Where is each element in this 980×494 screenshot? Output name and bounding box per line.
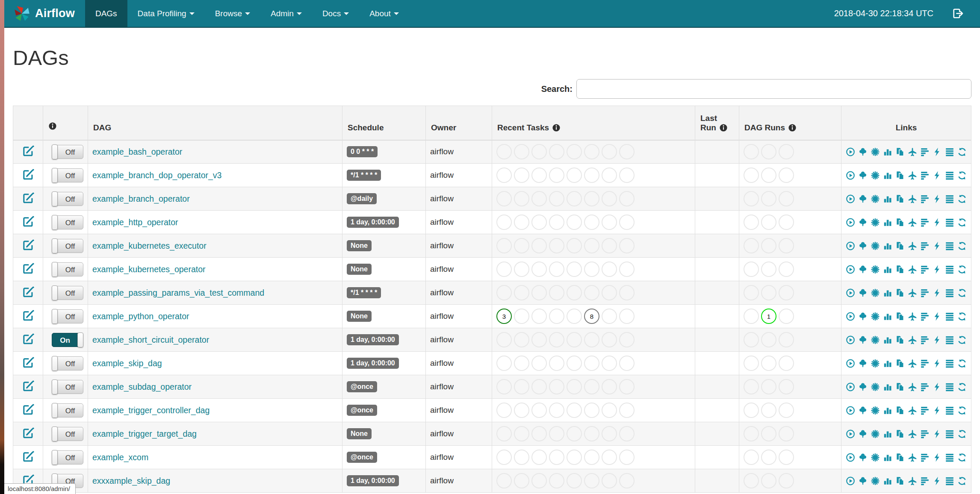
logs-icon[interactable] (945, 452, 954, 463)
dag-run-circle[interactable] (779, 403, 794, 418)
dag-run-circle[interactable] (761, 379, 776, 394)
dag-link[interactable]: example_bash_operator (92, 147, 182, 156)
task-state-circle[interactable] (496, 191, 512, 206)
refresh-icon[interactable] (957, 405, 967, 416)
task-state-circle[interactable] (514, 473, 529, 488)
task-state-circle[interactable] (531, 168, 547, 183)
dag-run-circle[interactable] (761, 450, 776, 465)
task-duration-icon[interactable] (883, 170, 892, 181)
logs-icon[interactable] (945, 288, 954, 298)
gantt-view-icon[interactable] (920, 288, 930, 298)
task-state-circle[interactable] (496, 403, 512, 418)
task-state-circle[interactable] (531, 450, 547, 465)
tree-view-icon[interactable] (858, 382, 868, 392)
task-state-circle[interactable] (584, 403, 599, 418)
task-tries-icon[interactable] (895, 170, 905, 181)
graph-view-icon[interactable] (871, 147, 880, 157)
task-state-circle[interactable] (602, 238, 617, 253)
dag-run-circle[interactable] (744, 309, 759, 324)
task-tries-icon[interactable] (895, 405, 905, 416)
code-view-icon[interactable] (933, 311, 942, 322)
task-state-circle[interactable] (584, 332, 599, 347)
tree-view-icon[interactable] (858, 241, 868, 251)
logs-icon[interactable] (945, 476, 954, 486)
dag-run-circle[interactable] (761, 332, 776, 347)
task-state-circle[interactable] (602, 309, 617, 324)
landing-times-icon[interactable] (908, 476, 917, 486)
edit-dag-icon[interactable] (22, 450, 34, 462)
dag-run-circle[interactable] (744, 238, 759, 253)
task-state-circle[interactable] (496, 168, 512, 183)
trigger-dag-icon[interactable] (846, 476, 855, 486)
trigger-dag-icon[interactable] (846, 429, 855, 439)
task-state-circle[interactable] (496, 238, 512, 253)
task-tries-icon[interactable] (895, 147, 905, 157)
graph-view-icon[interactable] (871, 194, 880, 204)
logs-icon[interactable] (945, 311, 954, 322)
task-state-circle[interactable] (531, 379, 547, 394)
dag-pause-toggle[interactable]: Off (52, 427, 83, 441)
code-view-icon[interactable] (933, 452, 942, 463)
task-state-circle[interactable] (496, 473, 512, 488)
nav-item-data-profiling[interactable]: Data Profiling (127, 0, 205, 27)
dag-run-circle[interactable] (779, 473, 794, 488)
tree-view-icon[interactable] (858, 170, 868, 181)
brand[interactable]: Airflow (13, 0, 75, 27)
task-state-circle[interactable] (567, 356, 582, 371)
tree-view-icon[interactable] (858, 264, 868, 275)
task-state-circle[interactable] (549, 215, 564, 230)
edit-dag-icon[interactable] (22, 427, 34, 439)
gantt-view-icon[interactable] (920, 452, 930, 463)
task-state-circle[interactable] (514, 426, 529, 441)
code-view-icon[interactable] (933, 405, 942, 416)
task-state-circle[interactable] (602, 473, 617, 488)
task-state-circle[interactable] (619, 191, 635, 206)
graph-view-icon[interactable] (871, 429, 880, 439)
dag-run-circle[interactable] (761, 356, 776, 371)
dag-run-circle[interactable] (744, 379, 759, 394)
task-tries-icon[interactable] (895, 452, 905, 463)
tree-view-icon[interactable] (858, 358, 868, 369)
tree-view-icon[interactable] (858, 194, 868, 204)
task-state-circle[interactable] (514, 215, 529, 230)
task-tries-icon[interactable] (895, 358, 905, 369)
logs-icon[interactable] (945, 170, 954, 181)
refresh-icon[interactable] (957, 452, 967, 463)
task-state-circle[interactable] (619, 238, 635, 253)
edit-dag-icon[interactable] (22, 215, 34, 227)
edit-dag-icon[interactable] (22, 333, 34, 345)
dag-run-circle[interactable] (779, 238, 794, 253)
task-state-circle[interactable] (602, 215, 617, 230)
trigger-dag-icon[interactable] (846, 405, 855, 416)
task-state-circle[interactable] (549, 285, 564, 300)
task-state-circle[interactable] (514, 379, 529, 394)
code-view-icon[interactable] (933, 264, 942, 275)
dag-pause-toggle[interactable]: Off (52, 145, 83, 159)
tree-view-icon[interactable] (858, 405, 868, 416)
task-tries-icon[interactable] (895, 264, 905, 275)
task-state-circle[interactable] (496, 285, 512, 300)
dag-run-circle[interactable] (761, 168, 776, 183)
task-state-circle[interactable] (549, 356, 564, 371)
task-duration-icon[interactable] (883, 405, 892, 416)
task-tries-icon[interactable] (895, 335, 905, 345)
gantt-view-icon[interactable] (920, 476, 930, 486)
task-state-circle[interactable] (602, 450, 617, 465)
dag-run-count-circle[interactable]: 1 (761, 309, 776, 324)
edit-dag-icon[interactable] (22, 309, 34, 321)
dag-run-circle[interactable] (744, 332, 759, 347)
task-state-circle[interactable] (496, 215, 512, 230)
task-tries-icon[interactable] (895, 217, 905, 228)
dag-run-circle[interactable] (744, 262, 759, 277)
code-view-icon[interactable] (933, 382, 942, 392)
task-duration-icon[interactable] (883, 241, 892, 251)
dag-run-circle[interactable] (761, 473, 776, 488)
refresh-icon[interactable] (957, 217, 967, 228)
task-state-circle[interactable] (496, 144, 512, 159)
dag-pause-toggle[interactable]: On (52, 333, 83, 347)
edit-dag-icon[interactable] (22, 356, 34, 368)
task-state-circle[interactable] (602, 285, 617, 300)
logout-icon[interactable] (952, 8, 964, 19)
task-state-circle[interactable] (619, 356, 635, 371)
dag-link[interactable]: example_trigger_target_dag (92, 429, 197, 438)
